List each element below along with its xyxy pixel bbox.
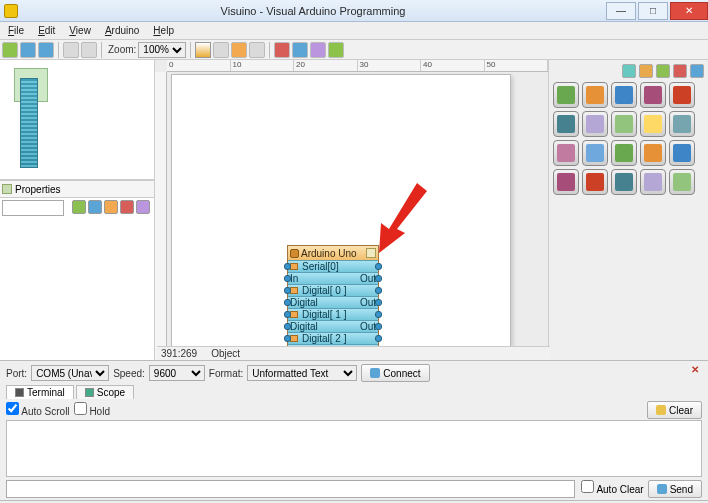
- palette-filter-icon[interactable]: [622, 64, 636, 78]
- tool-icon[interactable]: [213, 42, 229, 58]
- autoclear-checkbox[interactable]: Auto Clear: [581, 480, 643, 498]
- palette-filter-icon[interactable]: [690, 64, 704, 78]
- terminal-output[interactable]: [6, 420, 702, 477]
- pin-connector[interactable]: [284, 311, 291, 318]
- hold-checkbox[interactable]: Hold: [74, 402, 110, 417]
- pin-connector[interactable]: [284, 335, 291, 342]
- autoscroll-checkbox[interactable]: Auto Scroll: [6, 402, 70, 417]
- zoom-select[interactable]: 100%: [138, 42, 186, 58]
- tool-icon[interactable]: [328, 42, 344, 58]
- maximize-button[interactable]: □: [638, 2, 668, 20]
- palette-item[interactable]: [669, 82, 695, 108]
- palette-item[interactable]: [582, 140, 608, 166]
- design-page[interactable]: Arduino Uno Serial[0]InOutDigital[ 0 ]Di…: [171, 74, 511, 354]
- connect-button[interactable]: Connect: [361, 364, 429, 382]
- palette-item[interactable]: [669, 169, 695, 195]
- close-button[interactable]: ✕: [670, 2, 708, 20]
- pin-row[interactable]: InOut: [288, 272, 378, 284]
- pin-connector[interactable]: [284, 323, 291, 330]
- palette-item[interactable]: [611, 169, 637, 195]
- palette-filter-icon[interactable]: [656, 64, 670, 78]
- port-select[interactable]: COM5 (Unav: [31, 365, 109, 381]
- speed-select[interactable]: 9600: [149, 365, 205, 381]
- palette-item[interactable]: [669, 140, 695, 166]
- left-pane: Properties: [0, 60, 155, 360]
- palette-item[interactable]: [611, 140, 637, 166]
- prop-icon[interactable]: [104, 200, 118, 214]
- palette-item[interactable]: [640, 111, 666, 137]
- prop-icon[interactable]: [88, 200, 102, 214]
- palette-item[interactable]: [611, 82, 637, 108]
- menu-file[interactable]: File: [2, 24, 30, 37]
- properties-label: Properties: [15, 184, 61, 195]
- open-icon[interactable]: [20, 42, 36, 58]
- panel-close-icon[interactable]: ✕: [688, 364, 702, 378]
- tool-icon[interactable]: [310, 42, 326, 58]
- minimize-button[interactable]: —: [606, 2, 636, 20]
- menu-view[interactable]: View: [63, 24, 97, 37]
- ruler-vertical: [155, 72, 167, 360]
- pin-connector[interactable]: [284, 263, 291, 270]
- properties-tab[interactable]: Properties: [0, 180, 154, 198]
- pin-row[interactable]: Digital[ 2 ]: [288, 332, 378, 344]
- tab-scope[interactable]: Scope: [76, 385, 134, 399]
- palette-item[interactable]: [553, 82, 579, 108]
- undo-icon[interactable]: [63, 42, 79, 58]
- palette-item[interactable]: [611, 111, 637, 137]
- tab-terminal[interactable]: Terminal: [6, 385, 74, 399]
- tool-icon[interactable]: [274, 42, 290, 58]
- overview-thumbnail[interactable]: [0, 60, 154, 180]
- pin-connector[interactable]: [375, 275, 382, 282]
- folder-icon: [290, 311, 298, 318]
- separator: [269, 42, 270, 58]
- ruler-icon[interactable]: [195, 42, 211, 58]
- pin-connector[interactable]: [375, 287, 382, 294]
- edit-icon[interactable]: [366, 248, 376, 258]
- pin-connector[interactable]: [284, 275, 291, 282]
- send-button[interactable]: Send: [648, 480, 702, 498]
- pin-connector[interactable]: [284, 287, 291, 294]
- clear-button[interactable]: Clear: [647, 401, 702, 419]
- save-icon[interactable]: [38, 42, 54, 58]
- palette-filter-icon[interactable]: [673, 64, 687, 78]
- pin-connector[interactable]: [284, 299, 291, 306]
- pin-row[interactable]: Digital[ 1 ]: [288, 308, 378, 320]
- palette-item[interactable]: [582, 82, 608, 108]
- pin-connector[interactable]: [375, 323, 382, 330]
- pin-row[interactable]: DigitalOut: [288, 296, 378, 308]
- palette-item[interactable]: [640, 169, 666, 195]
- tool-icon[interactable]: [249, 42, 265, 58]
- canvas[interactable]: Arduino Uno Serial[0]InOutDigital[ 0 ]Di…: [155, 60, 548, 360]
- filter-input[interactable]: [2, 200, 64, 216]
- pin-row[interactable]: Serial[0]: [288, 260, 378, 272]
- format-select[interactable]: Unformatted Text: [247, 365, 357, 381]
- palette-item[interactable]: [640, 140, 666, 166]
- pin-row[interactable]: Digital[ 0 ]: [288, 284, 378, 296]
- menu-arduino[interactable]: Arduino: [99, 24, 145, 37]
- palette-item[interactable]: [582, 169, 608, 195]
- pin-connector[interactable]: [375, 311, 382, 318]
- palette-item[interactable]: [640, 82, 666, 108]
- prop-icon[interactable]: [72, 200, 86, 214]
- palette-item[interactable]: [553, 169, 579, 195]
- menu-edit[interactable]: Edit: [32, 24, 61, 37]
- properties-panel: [0, 198, 154, 360]
- palette-item[interactable]: [553, 111, 579, 137]
- component-header[interactable]: Arduino Uno: [288, 246, 378, 260]
- menu-help[interactable]: Help: [147, 24, 180, 37]
- pin-row[interactable]: DigitalOut: [288, 320, 378, 332]
- pin-connector[interactable]: [375, 263, 382, 270]
- new-icon[interactable]: [2, 42, 18, 58]
- prop-icon[interactable]: [136, 200, 150, 214]
- tool-icon[interactable]: [292, 42, 308, 58]
- tool-icon[interactable]: [231, 42, 247, 58]
- redo-icon[interactable]: [81, 42, 97, 58]
- palette-filter-icon[interactable]: [639, 64, 653, 78]
- pin-connector[interactable]: [375, 299, 382, 306]
- palette-item[interactable]: [553, 140, 579, 166]
- pin-connector[interactable]: [375, 335, 382, 342]
- prop-icon[interactable]: [120, 200, 134, 214]
- palette-item[interactable]: [669, 111, 695, 137]
- send-input[interactable]: [6, 480, 575, 498]
- palette-item[interactable]: [582, 111, 608, 137]
